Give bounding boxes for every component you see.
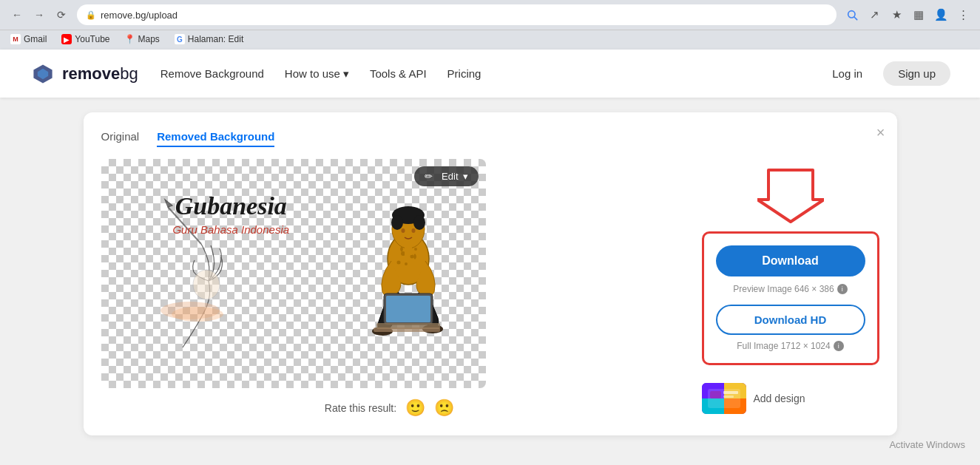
google-favicon: G <box>175 34 185 44</box>
bookmarks-bar: M Gmail ▶ YouTube 📍 Maps G Halaman: Edit <box>0 30 980 50</box>
result-card: Original Removed Background × <box>84 112 897 435</box>
svg-point-12 <box>405 262 408 265</box>
edit-button[interactable]: ✏ ✏ Edit Edit ▾ <box>414 166 478 186</box>
svg-point-21 <box>411 228 415 233</box>
svg-rect-38 <box>723 391 738 394</box>
profile-icon[interactable]: 👤 <box>931 5 950 24</box>
arrow-annotation <box>702 166 879 225</box>
preview-info-icon: i <box>837 284 848 294</box>
design-preview-thumbnail <box>702 383 746 414</box>
svg-point-19 <box>413 215 425 230</box>
logo-remove: remove <box>62 64 120 83</box>
tab-original[interactable]: Original <box>101 130 140 147</box>
how-to-use-label: How to use <box>285 67 340 80</box>
rating-area: Rate this result: 🙂 🙁 <box>101 398 678 418</box>
arrow-down-icon <box>757 166 824 225</box>
right-panel: Download Preview Image 646 × 386 i Downl… <box>702 159 879 414</box>
svg-point-11 <box>410 255 413 259</box>
content-area: Gubanesia Guru Bahasa Indonesia <box>101 159 879 418</box>
edit-dropdown-icon: ▾ <box>463 171 468 182</box>
forward-button[interactable]: → <box>30 5 49 24</box>
bookmark-icon[interactable]: ★ <box>887 5 906 24</box>
logo[interactable]: removebg <box>30 61 138 87</box>
full-image-info: Full Image 1712 × 1024 i <box>716 341 865 351</box>
sad-emoji-button[interactable]: 🙁 <box>434 398 454 418</box>
navbar: removebg Remove Background How to use ▾ … <box>0 50 980 98</box>
main-content: Original Removed Background × <box>0 98 980 450</box>
svg-point-14 <box>396 261 400 265</box>
tab-grid-icon[interactable]: ▦ <box>909 5 928 24</box>
bookmark-youtube[interactable]: ▶ YouTube <box>58 33 112 46</box>
youtube-label: YouTube <box>75 34 109 44</box>
chevron-down-icon: ▾ <box>343 67 349 81</box>
lock-icon: 🔒 <box>86 10 96 20</box>
download-hd-button[interactable]: Download HD <box>716 305 865 335</box>
maps-label: Maps <box>138 34 160 44</box>
preview-image-info: Preview Image 646 × 386 i <box>716 284 865 294</box>
browser-toolbar: ← → ⟳ 🔒 remove.bg/upload ↗ ★ ▦ 👤 ⋮ <box>0 0 980 30</box>
svg-rect-37 <box>710 391 721 398</box>
menu-icon[interactable]: ⋮ <box>953 5 973 24</box>
nav-buttons: ← → ⟳ <box>7 5 71 24</box>
happy-emoji-button[interactable]: 🙂 <box>405 398 425 418</box>
edit-text: Edit <box>442 171 458 182</box>
navbar-links: Remove Background How to use ▾ Tools & A… <box>160 67 481 81</box>
svg-rect-29 <box>374 327 440 332</box>
nav-pricing[interactable]: Pricing <box>447 67 481 80</box>
gubanesia-subtitle: Guru Bahasa Indonesia <box>172 223 289 236</box>
maps-favicon: 📍 <box>125 34 135 44</box>
pencil-icon: ✏ <box>425 171 433 182</box>
image-overlay: Gubanesia Guru Bahasa Indonesia <box>101 159 486 388</box>
design-preview-svg <box>702 383 746 414</box>
nav-how-to-use[interactable]: How to use ▾ <box>285 67 349 81</box>
logo-bg: bg <box>120 64 138 83</box>
browser-action-buttons: ↗ ★ ▦ 👤 ⋮ <box>842 5 973 24</box>
browser-chrome: ← → ⟳ 🔒 remove.bg/upload ↗ ★ ▦ 👤 ⋮ M Gma… <box>0 0 980 50</box>
download-section: Download Preview Image 646 × 386 i Downl… <box>702 231 879 365</box>
nav-remove-background[interactable]: Remove Background <box>160 67 264 80</box>
signup-button[interactable]: Sign up <box>883 61 950 86</box>
gubanesia-text-block: Gubanesia Guru Bahasa Indonesia <box>172 192 289 236</box>
svg-point-18 <box>391 215 403 230</box>
svg-point-20 <box>401 228 405 233</box>
gubanesia-title: Gubanesia <box>172 192 289 220</box>
download-button[interactable]: Download <box>716 245 865 276</box>
back-button[interactable]: ← <box>7 5 27 24</box>
bookmark-halaman[interactable]: G Halaman: Edit <box>172 33 246 46</box>
address-bar[interactable]: 🔒 remove.bg/upload <box>77 4 837 25</box>
halaman-label: Halaman: Edit <box>188 34 243 44</box>
navbar-right: Log in Sign up <box>820 61 950 86</box>
svg-marker-30 <box>757 170 824 222</box>
rating-label: Rate this result: <box>325 402 396 414</box>
person-figure <box>345 196 471 381</box>
page: removebg Remove Background How to use ▾ … <box>0 50 980 464</box>
tab-removed-background[interactable]: Removed Background <box>157 130 274 147</box>
add-design-link[interactable]: Add design <box>754 393 805 404</box>
svg-point-7 <box>172 307 223 322</box>
add-design-area: Add design <box>702 383 879 414</box>
url-text: remove.bg/upload <box>101 10 178 21</box>
logo-icon <box>30 61 56 87</box>
svg-rect-27 <box>386 296 430 322</box>
refresh-button[interactable]: ⟳ <box>52 5 71 24</box>
gmail-label: Gmail <box>24 34 47 44</box>
logo-text: removebg <box>62 64 138 84</box>
checkerboard-bg: Gubanesia Guru Bahasa Indonesia <box>101 159 486 388</box>
result-tabs: Original Removed Background <box>101 130 879 147</box>
full-info-icon: i <box>834 341 844 351</box>
svg-marker-5 <box>165 200 172 207</box>
svg-rect-39 <box>723 396 734 398</box>
login-button[interactable]: Log in <box>820 61 874 86</box>
bookmark-gmail[interactable]: M Gmail <box>7 33 50 46</box>
bookmark-maps[interactable]: 📍 Maps <box>122 33 163 46</box>
gmail-favicon: M <box>10 34 21 44</box>
nav-tools-api[interactable]: Tools & API <box>370 67 427 80</box>
share-icon[interactable]: ↗ <box>865 5 884 24</box>
youtube-favicon: ▶ <box>61 34 72 44</box>
svg-rect-22 <box>405 246 412 255</box>
svg-point-8 <box>193 270 220 299</box>
image-preview: Gubanesia Guru Bahasa Indonesia <box>101 159 678 418</box>
svg-point-13 <box>414 248 417 251</box>
close-button[interactable]: × <box>876 124 885 141</box>
google-search-icon[interactable] <box>842 5 862 24</box>
